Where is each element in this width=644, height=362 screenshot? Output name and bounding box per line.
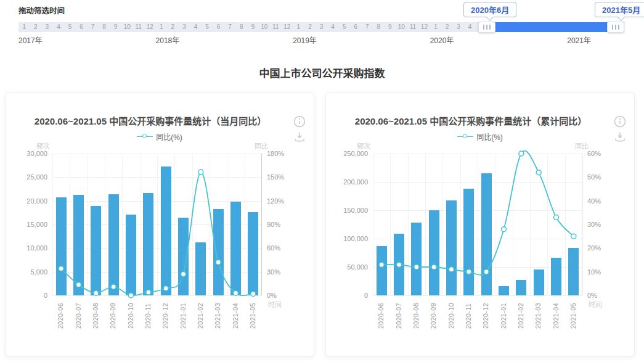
x-axis-label: 2020-09 [109,299,117,329]
month-cell: 12 [418,22,430,32]
legend-label: 同比(%) [156,131,182,142]
x-axis-label: 2020-06 [57,299,65,329]
right-axis-tick: 0% [587,292,624,299]
point-2021-01[interactable] [502,227,507,232]
point-2020-08[interactable] [414,265,419,269]
point-2021-03[interactable] [536,170,541,175]
right-axis-tick: 60% [587,150,624,157]
month-cell: 1 [430,22,442,32]
legend-label: 同比(%) [476,131,503,142]
point-2021-05[interactable] [251,291,256,296]
x-axis-label: 2020-06 [377,299,385,329]
point-2020-10[interactable] [129,293,134,298]
x-axis-label: 2020-07 [395,299,403,329]
month-cell: 10 [396,22,407,32]
left-axis-name: 频次 [36,141,50,150]
year-label: 2020年 [430,35,454,45]
right-axis-tick: 180% [267,150,304,157]
point-2020-06[interactable] [379,262,384,267]
x-axis-label: 2021-01 [500,299,508,329]
right-axis-name: 同比 [575,141,589,150]
month-cell: 8 [99,22,110,32]
x-axis-name: 时间 [589,299,602,309]
monthly-yoy-chart-card: 2020.06~2021.05 中国公开采购事件量统计（当月同比） 同比(%) … [5,93,314,356]
month-cell: 3 [453,22,465,32]
year-label: 2019年 [293,35,317,45]
download-icon[interactable] [614,132,626,142]
month-cell: 6 [76,22,88,32]
point-2020-12[interactable] [163,286,168,291]
point-2021-05[interactable] [571,234,576,239]
point-2021-04[interactable] [234,290,238,295]
chart-title: 2020.06~2021.05 中国公开采购事件量统计（累计同比） [332,114,609,127]
plot-area: 05,00010,00015,00020,00025,00030,0000%30… [52,154,262,295]
legend-line-icon [457,134,473,139]
x-axis-label: 2020-07 [75,299,83,329]
month-cell: 1 [18,22,30,32]
left-axis-tick: 10,000 [6,244,47,252]
point-2021-02[interactable] [198,170,203,175]
left-axis-tick: 20,000 [6,197,47,205]
right-axis-tick: 30% [267,268,304,276]
left-axis-tick: 30,000 [6,150,47,157]
x-axis-label: 2020-12 [482,299,490,329]
info-circle-icon[interactable] [614,115,626,128]
point-2020-07[interactable] [397,262,402,267]
x-axis-label: 2021-03 [214,299,222,329]
right-axis-tick: 150% [267,173,304,181]
page-title: 中国上市公司公开采购指数 [0,65,644,80]
month-cell: 2 [167,22,179,32]
download-icon[interactable] [294,132,305,142]
yoy-line [373,154,582,295]
point-2021-02[interactable] [519,151,524,156]
month-cell: 9 [247,22,259,32]
point-2020-07[interactable] [76,282,81,287]
month-cell: 5 [64,22,76,32]
slider-track[interactable]: 1234567891011121234567891011121234567891… [18,22,624,32]
month-cell: 9 [385,22,396,32]
point-2020-09[interactable] [431,265,436,269]
point-2020-08[interactable] [94,290,99,295]
month-cell: 4 [190,22,202,32]
cumulative-yoy-chart-card: 2020.06~2021.05 中国公开采购事件量统计（累计同比） 同比(%) … [325,93,635,356]
left-axis-tick: 25,000 [6,173,47,181]
month-cell: 3 [316,22,327,32]
point-2020-11[interactable] [146,290,151,295]
plot-area: 050,000100,000150,000200,000250,0000%10%… [373,154,582,295]
left-axis-tick: 0 [326,292,368,299]
left-axis-tick: 0 [6,292,47,299]
month-cell: 8 [373,22,385,32]
slider-end-handle[interactable] [607,22,624,33]
month-cell: 12 [282,22,293,32]
right-axis-name: 同比 [255,141,268,150]
point-2020-12[interactable] [484,269,489,274]
point-2020-11[interactable] [467,269,471,274]
month-cell: 3 [179,22,190,32]
point-2021-01[interactable] [181,272,186,277]
left-axis-tick: 150,000 [326,207,368,214]
month-cell: 11 [270,22,282,32]
x-axis-label: 2020-11 [144,299,152,329]
slider-start-handle[interactable] [478,22,495,33]
month-cell: 8 [235,22,247,32]
point-2020-06[interactable] [59,266,63,271]
year-label: 2018年 [156,35,180,45]
left-axis-tick: 50,000 [326,263,368,271]
x-axis-label: 2020-10 [127,299,135,329]
month-cell: 2 [441,22,453,32]
start-date-badge: 2020年6月 [463,2,516,17]
month-cell: 2 [304,22,316,32]
slider-selected-range[interactable] [487,22,624,32]
point-2020-10[interactable] [449,267,454,272]
info-circle-icon[interactable] [293,115,306,128]
time-filter: 拖动筛选时间 2020年6月 2021年5月 12345678910111212… [0,0,644,49]
month-cell: 4 [327,22,339,32]
month-cell: 7 [224,22,236,32]
left-axis-tick: 5,000 [6,268,47,276]
point-2020-09[interactable] [111,284,116,289]
left-axis-tick: 200,000 [326,178,368,186]
right-axis-tick: 120% [267,197,304,205]
point-2021-04[interactable] [554,215,559,220]
month-cell: 7 [361,22,373,32]
point-2021-03[interactable] [216,260,221,265]
